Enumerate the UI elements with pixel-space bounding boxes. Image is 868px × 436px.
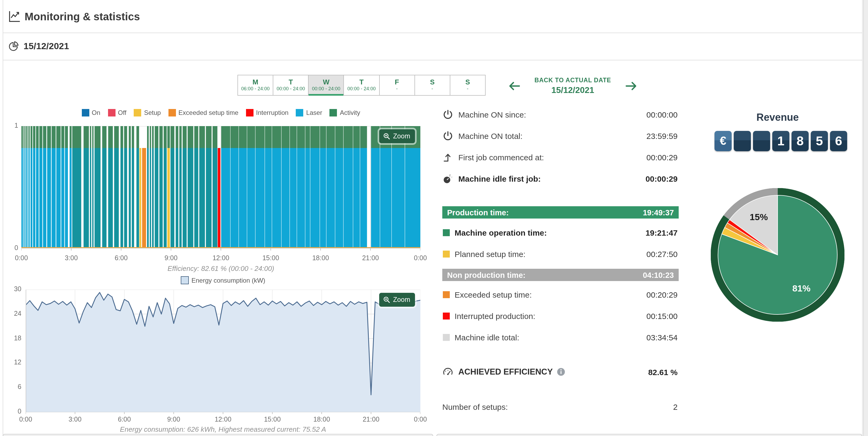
- stat-exceeded-setup-time: Exceeded setup time: 00:20:29: [442, 288, 678, 301]
- x-tick-label: 21:00: [358, 416, 384, 423]
- revenue-counter: €1856: [714, 131, 847, 151]
- stat-value: 2: [673, 402, 678, 411]
- x-tick-label: 3:00: [59, 254, 84, 262]
- legend-label: Setup: [144, 109, 161, 116]
- day-range: 00:00 - 24:00: [277, 86, 305, 92]
- x-tick-label: 21:00: [358, 254, 383, 262]
- y-tick-label: 0: [7, 408, 21, 415]
- stat-label: First job commenced at:: [458, 153, 544, 162]
- line-chart-icon: [8, 10, 21, 23]
- legend-label: Exceeded setup time: [178, 109, 238, 116]
- y-tick-label: 18: [7, 334, 21, 342]
- power-icon: [442, 130, 454, 141]
- legend-swatch: [330, 109, 337, 116]
- day-letter: S: [430, 78, 435, 86]
- legend-item-setup: Setup: [134, 109, 161, 116]
- revenue-digit-box: 1: [772, 131, 789, 151]
- week-day-t[interactable]: T00:00 - 24:00: [273, 75, 309, 95]
- stat-value: 00:20:29: [646, 290, 678, 299]
- gauge-icon: [442, 366, 454, 377]
- revenue-digit-box: 6: [830, 131, 847, 151]
- day-letter: S: [465, 78, 470, 86]
- legend-item-off: Off: [108, 109, 126, 116]
- info-icon[interactable]: [556, 368, 565, 376]
- stat-first-job-commenced: First job commenced at: 00:00:29: [442, 151, 678, 164]
- legend-swatch: [82, 109, 89, 116]
- card-right-border: [862, 0, 863, 436]
- x-tick-label: 12:00: [208, 254, 234, 262]
- idle-clock-icon: z z z: [442, 173, 454, 184]
- stat-label: Planned setup time:: [455, 249, 525, 258]
- energy-caption: Energy consumption: 626 kWh, Highest mea…: [26, 425, 421, 433]
- stat-machine-on-total: Machine ON total: 23:59:59: [442, 129, 678, 142]
- stat-number-of-setups: Number of setups: 2: [442, 400, 678, 413]
- stat-machine-operation-time: Machine operation time: 19:21:47: [442, 226, 678, 239]
- back-to-actual-date: BACK TO ACTUAL DATE 15/12/2021: [508, 74, 638, 98]
- back-to-actual-date-button[interactable]: BACK TO ACTUAL DATE 15/12/2021: [527, 77, 618, 95]
- time-distribution-pie-chart: 81%15%: [711, 188, 844, 322]
- timeline-y-max-label: 1: [8, 122, 18, 129]
- energy-x-axis: 0:003:006:009:0012:0015:0018:0021:000:00: [26, 416, 421, 424]
- revenue-digit-box: [734, 131, 751, 151]
- banner-value: 19:49:37: [643, 208, 674, 217]
- week-day-f[interactable]: F-: [379, 75, 415, 95]
- scrollbar-track[interactable]: [863, 0, 868, 436]
- week-day-t[interactable]: T00:00 - 24:00: [344, 75, 379, 95]
- card-left-border: [3, 0, 3, 436]
- interruption-swatch: [443, 312, 450, 319]
- legend-label: On: [92, 109, 100, 116]
- week-day-m[interactable]: M06:00 - 24:00: [238, 75, 273, 95]
- x-tick-label: 9:00: [158, 254, 184, 262]
- stat-value: 03:34:54: [646, 333, 678, 342]
- x-tick-label: 15:00: [260, 416, 285, 423]
- next-day-arrow-icon[interactable]: [625, 79, 638, 93]
- day-range: 00:00 - 24:00: [347, 86, 376, 92]
- energy-zoom-button[interactable]: Zoom: [379, 293, 415, 307]
- week-day-s[interactable]: S-: [415, 75, 450, 95]
- legend-label: Activity: [340, 109, 360, 116]
- x-tick-label: 9:00: [161, 416, 187, 423]
- x-tick-label: 6:00: [112, 416, 137, 423]
- x-tick-label: 3:00: [62, 416, 88, 423]
- x-tick-label: 0:00: [13, 416, 38, 423]
- efficiency-caption: Efficiency: 82.61 % (00:00 - 24:00): [21, 265, 421, 272]
- stat-label: Exceeded setup time:: [455, 290, 532, 299]
- legend-swatch: [108, 109, 115, 116]
- setup-swatch: [443, 250, 450, 257]
- week-day-s[interactable]: S-: [450, 75, 485, 95]
- x-tick-label: 12:00: [210, 416, 236, 423]
- day-range: -: [432, 86, 433, 92]
- x-tick-label: 15:00: [258, 254, 284, 262]
- idle-swatch: [443, 334, 450, 341]
- day-letter: F: [395, 78, 399, 86]
- banner-value: 04:10:23: [643, 271, 674, 279]
- stat-value: 82.61 %: [648, 367, 678, 376]
- energy-legend-item: Energy consumption (kW): [181, 276, 265, 284]
- stat-label: Machine ON since:: [458, 110, 526, 119]
- week-day-w[interactable]: W00:00 - 24:00: [309, 75, 344, 95]
- non-production-time-banner: Non production time: 04:10:23: [442, 269, 679, 281]
- legend-swatch: [296, 109, 304, 116]
- day-letter: W: [323, 78, 330, 86]
- stat-label: Machine idle first job:: [458, 174, 541, 183]
- svg-text:z: z: [451, 175, 453, 178]
- stat-label: Number of setups:: [442, 402, 508, 411]
- timeline-zoom-button[interactable]: Zoom: [379, 129, 415, 143]
- energy-y-axis: 0612182430: [7, 290, 21, 412]
- energy-zoom-label: Zoom: [393, 296, 410, 303]
- legend-swatch: [246, 109, 253, 116]
- y-tick-label: 30: [7, 285, 21, 293]
- back-to-actual-date-value: 15/12/2021: [551, 86, 594, 95]
- pie-chart-icon: [8, 41, 19, 52]
- stat-value: 00:00:29: [646, 153, 678, 162]
- banner-label: Production time:: [447, 208, 508, 217]
- x-tick-label: 0:00: [407, 254, 433, 262]
- day-letter: T: [288, 78, 293, 86]
- y-tick-label: 24: [7, 310, 21, 317]
- revenue-digit-box: [753, 131, 770, 151]
- day-range: -: [467, 86, 468, 92]
- stat-machine-on-since: Machine ON since: 00:00:00: [442, 108, 678, 121]
- timeline-x-axis: 0:003:006:009:0012:0015:0018:0021:000:00: [21, 254, 421, 263]
- previous-day-arrow-icon[interactable]: [508, 79, 521, 93]
- pie-slice-label: 81%: [792, 283, 810, 293]
